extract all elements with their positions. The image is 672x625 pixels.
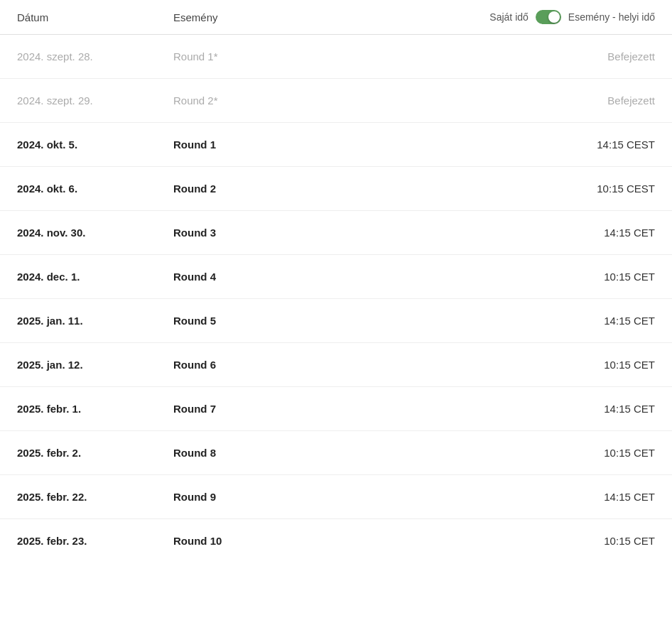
table-row: 2025. jan. 11. Round 5 14:15 CET — [0, 299, 672, 343]
row-date: 2024. szept. 28. — [17, 50, 173, 62]
row-date: 2024. nov. 30. — [17, 227, 173, 239]
row-date: 2024. szept. 29. — [17, 94, 173, 107]
table-row: 2024. szept. 28. Round 1* Befejezett — [0, 35, 672, 79]
row-time: 14:15 CET — [456, 491, 655, 503]
date-column-header: Dátum — [17, 11, 173, 23]
row-event: Round 8 — [173, 447, 456, 459]
schedule-table: Dátum Esemény Saját idő Esemény - helyi … — [0, 0, 672, 562]
table-row: 2024. nov. 30. Round 3 14:15 CET — [0, 211, 672, 255]
row-event: Round 4 — [173, 271, 456, 283]
row-time: 14:15 CET — [456, 403, 655, 415]
row-time: 14:15 CET — [456, 227, 655, 239]
table-row: 2025. jan. 12. Round 6 10:15 CET — [0, 343, 672, 387]
row-date: 2025. jan. 11. — [17, 315, 173, 327]
row-event: Round 9 — [173, 491, 456, 503]
row-time: 10:15 CET — [456, 359, 655, 371]
row-date: 2025. febr. 22. — [17, 491, 173, 503]
table-row: 2024. dec. 1. Round 4 10:15 CET — [0, 255, 672, 299]
row-date: 2024. dec. 1. — [17, 271, 173, 283]
table-row: 2025. febr. 1. Round 7 14:15 CET — [0, 387, 672, 431]
rows-container: 2024. szept. 28. Round 1* Befejezett 202… — [0, 35, 672, 562]
row-event: Round 1 — [173, 138, 456, 151]
event-column-header: Esemény — [173, 11, 456, 23]
table-row: 2025. febr. 23. Round 10 10:15 CET — [0, 519, 672, 562]
table-row: 2025. febr. 22. Round 9 14:15 CET — [0, 475, 672, 519]
row-event: Round 6 — [173, 359, 456, 371]
table-row: 2025. febr. 2. Round 8 10:15 CET — [0, 431, 672, 475]
row-event: Round 3 — [173, 227, 456, 239]
row-time: Befejezett — [456, 50, 655, 62]
row-time: 10:15 CEST — [456, 183, 655, 195]
time-column-header: Saját idő Esemény - helyi idő — [456, 10, 655, 24]
row-event: Round 2* — [173, 94, 456, 107]
table-header: Dátum Esemény Saját idő Esemény - helyi … — [0, 0, 672, 35]
row-time: Befejezett — [456, 94, 655, 107]
table-row: 2024. szept. 29. Round 2* Befejezett — [0, 79, 672, 123]
row-date: 2024. okt. 5. — [17, 138, 173, 151]
row-event: Round 5 — [173, 315, 456, 327]
row-date: 2025. febr. 2. — [17, 447, 173, 459]
row-event: Round 7 — [173, 403, 456, 415]
row-time: 14:15 CEST — [456, 138, 655, 151]
row-time: 10:15 CET — [456, 271, 655, 283]
row-time: 10:15 CET — [456, 447, 655, 459]
row-date: 2025. jan. 12. — [17, 359, 173, 371]
row-date: 2025. febr. 23. — [17, 535, 173, 547]
toggle-label-left: Saját idő — [489, 11, 528, 23]
row-event: Round 1* — [173, 50, 456, 62]
timezone-toggle[interactable] — [536, 10, 561, 24]
row-event: Round 2 — [173, 183, 456, 195]
row-date: 2025. febr. 1. — [17, 403, 173, 415]
toggle-label-right: Esemény - helyi idő — [568, 11, 655, 23]
row-time: 10:15 CET — [456, 535, 655, 547]
table-row: 2024. okt. 6. Round 2 10:15 CEST — [0, 167, 672, 211]
row-time: 14:15 CET — [456, 315, 655, 327]
table-row: 2024. okt. 5. Round 1 14:15 CEST — [0, 123, 672, 167]
row-date: 2024. okt. 6. — [17, 183, 173, 195]
row-event: Round 10 — [173, 535, 456, 547]
